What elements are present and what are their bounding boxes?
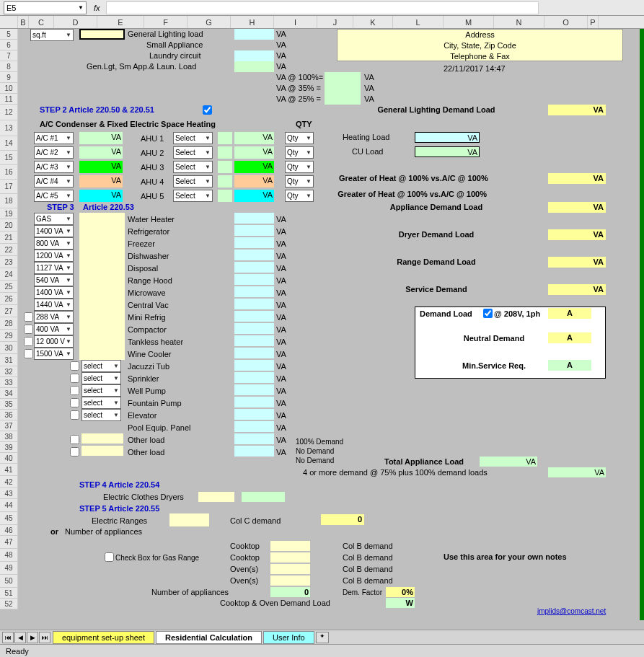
tab-user[interactable]: User Info xyxy=(263,631,314,644)
app-check-8[interactable] xyxy=(24,325,33,334)
ac-dropdown-1[interactable]: A/C #2 xyxy=(34,146,74,159)
ac-dropdown-3[interactable]: A/C #4 xyxy=(34,175,74,188)
app-select-dropdown-16[interactable]: select xyxy=(81,409,121,421)
row-header-40[interactable]: 40 xyxy=(0,453,18,464)
tab-equipment[interactable]: equipment set-up sheet xyxy=(53,631,154,644)
row-header-7[interactable]: 7 xyxy=(0,50,18,61)
row-header-9[interactable]: 9 xyxy=(0,72,18,83)
row-header-25[interactable]: 25 xyxy=(0,281,18,293)
row-header-17[interactable]: 17 xyxy=(0,180,18,194)
row-header-48[interactable]: 48 xyxy=(0,549,18,562)
ahu-dropdown-2[interactable]: Select xyxy=(173,161,213,173)
app-va-dropdown-8[interactable]: 400 VA xyxy=(34,323,74,335)
qty-dropdown-2[interactable]: Qty xyxy=(285,161,314,173)
app-va-dropdown-3[interactable]: 1127 VA xyxy=(34,262,74,274)
ahu-dropdown-1[interactable]: Select xyxy=(173,146,213,159)
app-va-dropdown-10[interactable]: 1500 VA xyxy=(34,348,74,360)
tab-nav-prev[interactable]: ◀ xyxy=(14,632,26,643)
qty-dropdown-1[interactable]: Qty xyxy=(285,146,314,159)
app-va-dropdown-6[interactable]: 1440 VA xyxy=(34,299,74,311)
row-header-5[interactable]: 5 xyxy=(0,29,18,40)
qty-dropdown-0[interactable]: Qty xyxy=(285,132,314,144)
row-header-24[interactable]: 24 xyxy=(0,268,18,281)
app-check-10[interactable] xyxy=(24,349,33,358)
ac-dropdown-0[interactable]: A/C #1 xyxy=(34,132,74,144)
row-header-45[interactable]: 45 xyxy=(0,512,18,525)
app-check-13[interactable] xyxy=(70,374,79,383)
sqft-dropdown[interactable]: sq.ft xyxy=(30,29,74,41)
col-header-D[interactable]: D xyxy=(54,16,97,28)
name-box[interactable]: E5 ▼ xyxy=(4,1,87,14)
row-header-44[interactable]: 44 xyxy=(0,499,18,512)
row-header-33[interactable]: 33 xyxy=(0,377,18,388)
row-header-29[interactable]: 29 xyxy=(0,330,18,342)
col-header-G[interactable]: G xyxy=(188,16,231,28)
tab-nav-last[interactable]: ⏭ xyxy=(39,632,50,643)
app-select-dropdown-13[interactable]: select xyxy=(81,372,121,384)
row-header-38[interactable]: 38 xyxy=(0,431,18,442)
row-header-20[interactable]: 20 xyxy=(0,219,18,232)
row-header-18[interactable]: 18 xyxy=(0,194,18,208)
gas-dropdown[interactable]: GAS xyxy=(34,213,74,225)
row-header-47[interactable]: 47 xyxy=(0,536,18,549)
col-header-B[interactable]: B xyxy=(18,16,29,28)
row-header-34[interactable]: 34 xyxy=(0,388,18,399)
app-check-14[interactable] xyxy=(70,386,79,395)
col-header-I[interactable]: I xyxy=(274,16,317,28)
col-header-P[interactable]: P xyxy=(588,16,599,28)
col-header-C[interactable]: C xyxy=(29,16,54,28)
formula-input[interactable] xyxy=(106,1,539,14)
row-header-35[interactable]: 35 xyxy=(0,399,18,410)
fx-button[interactable]: fx xyxy=(90,4,104,12)
row-header-43[interactable]: 43 xyxy=(0,488,18,499)
app-va-dropdown-7[interactable]: 288 VA xyxy=(34,311,74,323)
active-cell[interactable] xyxy=(79,29,125,40)
row-header-30[interactable]: 30 xyxy=(0,342,18,354)
row-header-14[interactable]: 14 xyxy=(0,136,18,151)
app-va-dropdown-5[interactable]: 1400 VA xyxy=(34,286,74,299)
row-header-10[interactable]: 10 xyxy=(0,83,18,94)
row-header-15[interactable]: 15 xyxy=(0,151,18,165)
col-header-L[interactable]: L xyxy=(393,16,444,28)
col-header-H[interactable]: H xyxy=(231,16,274,28)
row-header-46[interactable]: 46 xyxy=(0,525,18,536)
tab-residential[interactable]: Residential Calculation xyxy=(156,631,262,644)
row-header-27[interactable]: 27 xyxy=(0,305,18,317)
col-header-E[interactable]: E xyxy=(97,16,144,28)
app-va-dropdown-0[interactable]: 1400 VA xyxy=(34,225,74,237)
row-header-16[interactable]: 16 xyxy=(0,165,18,180)
app-check-9[interactable] xyxy=(24,337,33,346)
app-check-7[interactable] xyxy=(24,312,33,322)
app-va-dropdown-9[interactable]: 12 000 V xyxy=(34,335,74,348)
row-header-22[interactable]: 22 xyxy=(0,244,18,256)
row-header-28[interactable]: 28 xyxy=(0,317,18,330)
row-header-39[interactable]: 39 xyxy=(0,442,18,453)
tab-add[interactable]: ✦ xyxy=(316,632,329,643)
row-header-21[interactable]: 21 xyxy=(0,232,18,244)
ahu-dropdown-4[interactable]: Select xyxy=(173,190,213,202)
row-header-13[interactable]: 13 xyxy=(0,120,18,136)
app-check-12[interactable] xyxy=(70,361,79,371)
row-header-26[interactable]: 26 xyxy=(0,293,18,305)
row-header-31[interactable]: 31 xyxy=(0,354,18,366)
row-header-32[interactable]: 32 xyxy=(0,366,18,377)
app-check-18[interactable] xyxy=(70,435,79,444)
row-header-8[interactable]: 8 xyxy=(0,61,18,72)
app-va-dropdown-1[interactable]: 800 VA xyxy=(34,237,74,250)
app-va-dropdown-2[interactable]: 1200 VA xyxy=(34,250,74,262)
col-header-O[interactable]: O xyxy=(544,16,588,28)
app-va-dropdown-4[interactable]: 540 VA xyxy=(34,274,74,286)
row-header-19[interactable]: 19 xyxy=(0,208,18,219)
col-header-K[interactable]: K xyxy=(353,16,393,28)
row-header-52[interactable]: 52 xyxy=(0,599,18,609)
col-header-F[interactable]: F xyxy=(144,16,188,28)
demand-208-checkbox[interactable] xyxy=(483,309,493,318)
row-header-51[interactable]: 51 xyxy=(0,588,18,599)
row-header-36[interactable]: 36 xyxy=(0,410,18,420)
app-check-16[interactable] xyxy=(70,410,79,420)
row-header-23[interactable]: 23 xyxy=(0,256,18,268)
row-header-49[interactable]: 49 xyxy=(0,562,18,575)
app-check-15[interactable] xyxy=(70,398,79,407)
row-header-12[interactable]: 12 xyxy=(0,105,18,120)
app-select-dropdown-12[interactable]: select xyxy=(81,360,121,372)
